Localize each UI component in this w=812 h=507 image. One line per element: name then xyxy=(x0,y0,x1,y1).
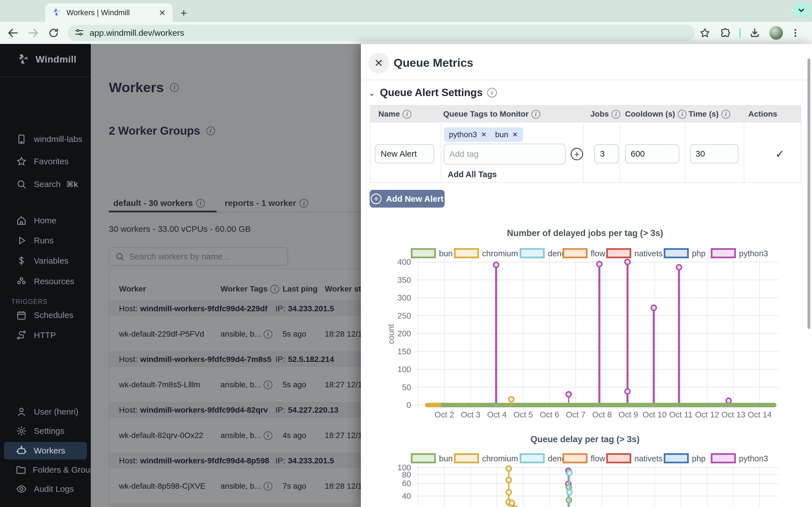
sidebar-section-triggers: TRIGGERS xyxy=(11,298,47,305)
screen: Workers | Windmill ✕ + app.windmill.dev/… xyxy=(0,0,812,507)
download-icon[interactable] xyxy=(745,27,765,39)
tag-chip-bun[interactable]: bun✕ xyxy=(490,127,523,142)
legend-swatch-chromium xyxy=(455,454,478,462)
sidebar-item-resources[interactable]: Resources xyxy=(4,273,87,290)
cubes-icon xyxy=(15,276,28,287)
windmill-favicon-icon xyxy=(52,7,61,18)
sidebar-item-label: Search xyxy=(34,179,61,189)
legend-label: php xyxy=(692,454,705,463)
sidebar-item-folders[interactable]: Folders & Groups... xyxy=(4,461,87,478)
svg-text:Oct 6: Oct 6 xyxy=(540,410,559,419)
sidebar-item-http[interactable]: HTTP xyxy=(4,327,87,344)
svg-text:50: 50 xyxy=(402,383,411,392)
legend-swatch-nativets xyxy=(607,454,630,462)
svg-text:Oct 2: Oct 2 xyxy=(435,410,454,419)
sidebar-item-label: windmill-labs xyxy=(34,134,82,144)
add-all-tags-link[interactable]: Add All Tags xyxy=(448,170,497,179)
route-icon xyxy=(15,330,28,341)
profile-avatar[interactable] xyxy=(769,26,783,40)
sidebar-item-search[interactable]: Search⌘k xyxy=(4,175,87,193)
svg-text:Oct 12: Oct 12 xyxy=(695,410,719,419)
sidebar-item-label: Schedules xyxy=(34,311,73,320)
legend-label: flow xyxy=(591,249,606,258)
bookmark-star-icon[interactable] xyxy=(695,27,715,39)
sidebar-item-workers[interactable]: Workers xyxy=(4,442,87,459)
sidebar-item-schedules[interactable]: Schedules xyxy=(4,306,87,324)
svg-text:400: 400 xyxy=(398,258,411,267)
legend-swatch-deno xyxy=(520,454,544,462)
col-queue-tags: Queue Tags to Monitori xyxy=(443,106,540,122)
confirm-alert-icon[interactable]: ✓ xyxy=(775,148,784,160)
extensions-icon[interactable] xyxy=(715,27,735,39)
user-icon xyxy=(15,406,28,417)
sidebar-item-favorites[interactable]: Favorites xyxy=(4,153,87,170)
sidebar-item-settings[interactable]: Settings xyxy=(4,422,87,440)
svg-text:Oct 8: Oct 8 xyxy=(592,410,612,419)
drawer-close-button[interactable]: ✕ xyxy=(368,53,389,73)
remove-tag-icon[interactable]: ✕ xyxy=(512,131,518,138)
svg-text:Oct 7: Oct 7 xyxy=(566,410,585,419)
queue-delay-chart: Queue delay per tag (> 3s)bunchromiumden… xyxy=(361,422,812,507)
sidebar-item-label: Audit Logs xyxy=(34,484,74,494)
back-button[interactable] xyxy=(3,27,23,39)
queue-alert-settings-header[interactable]: ⌄ Queue Alert Settings i xyxy=(368,87,497,99)
legend-swatch-python3 xyxy=(712,454,735,462)
sidebar-item-audit-logs[interactable]: Audit Logs xyxy=(4,480,87,498)
browser-menu-icon[interactable] xyxy=(788,27,803,39)
svg-text:Oct 11: Oct 11 xyxy=(669,410,693,419)
sidebar-item-label: Resources xyxy=(34,277,74,286)
col-cooldown: Cooldown (s)i xyxy=(625,106,687,122)
chart-title: Queue delay per tag (> 3s) xyxy=(530,434,640,444)
jobs-input[interactable]: 3 xyxy=(594,144,619,163)
add-new-alert-button[interactable]: + Add New Alert xyxy=(370,190,445,208)
tab-title: Workers | Windmill xyxy=(66,8,155,17)
browser-tab[interactable]: Workers | Windmill ✕ xyxy=(45,3,172,22)
sidebar-item-home[interactable]: Home xyxy=(4,212,87,229)
windmill-logo[interactable]: Windmill xyxy=(0,49,91,69)
cooldown-input[interactable]: 600 xyxy=(625,144,679,163)
svg-text:Oct 4: Oct 4 xyxy=(487,410,507,419)
sidebar-item-label: Variables xyxy=(34,256,68,266)
legend-label: bun xyxy=(439,249,453,258)
tag-chip-python3[interactable]: python3✕ xyxy=(444,127,492,142)
legend-swatch-chromium xyxy=(455,249,478,258)
add-tag-plus-icon[interactable]: + xyxy=(571,148,583,160)
star-icon xyxy=(15,156,28,167)
legend-swatch-flow xyxy=(563,249,587,258)
tab-strip-chevron-button[interactable] xyxy=(793,3,810,17)
toolbar-separator xyxy=(739,28,741,38)
app-window: Workers i 2 Worker Groups i default - 30… xyxy=(0,44,812,507)
sidebar: Windmill TRIGGERS windmill-labsFavorites… xyxy=(0,44,91,507)
legend-label: python3 xyxy=(739,249,768,258)
alert-table-header: Namei Queue Tags to Monitori Jobsi Coold… xyxy=(370,106,801,122)
url-text[interactable]: app.windmill.dev/workers xyxy=(90,28,184,38)
svg-text:250: 250 xyxy=(398,311,411,320)
forward-button[interactable] xyxy=(23,27,43,39)
svg-text:100: 100 xyxy=(398,365,411,374)
drawer-divider xyxy=(361,80,812,80)
sidebar-item-label: Workers xyxy=(34,446,65,455)
svg-text:Oct 13: Oct 13 xyxy=(721,410,745,419)
add-tag-input[interactable]: Add tag xyxy=(444,144,566,165)
sidebar-item-label: Folders & Groups... xyxy=(33,465,106,474)
tab-close-icon[interactable]: ✕ xyxy=(159,8,166,18)
remove-tag-icon[interactable]: ✕ xyxy=(481,131,487,138)
sidebar-item-workspace-select[interactable]: windmill-labs xyxy=(4,130,87,148)
reload-button[interactable] xyxy=(43,27,64,39)
alert-name-input[interactable]: New Alert xyxy=(375,144,434,163)
drawer-scrollbar[interactable] xyxy=(808,59,810,329)
sidebar-item-user[interactable]: User (henri) xyxy=(4,403,87,420)
time-input[interactable]: 30 xyxy=(690,144,739,163)
sidebar-item-runs[interactable]: Runs xyxy=(4,232,87,249)
info-icon[interactable]: i xyxy=(487,88,497,98)
sidebar-item-variables[interactable]: Variables xyxy=(4,252,87,270)
windmill-logo-icon xyxy=(16,53,29,66)
legend-swatch-python3 xyxy=(712,249,735,258)
delayed-jobs-chart: Number of delayed jobs per tag (> 3s)bun… xyxy=(361,221,812,422)
new-tab-button[interactable]: + xyxy=(181,7,187,18)
url-bar[interactable]: app.windmill.dev/workers xyxy=(68,25,695,41)
sidebar-item-label: Settings xyxy=(34,426,64,436)
chevron-down-icon xyxy=(796,5,806,15)
chevron-down-icon[interactable]: ⌄ xyxy=(368,88,375,98)
site-settings-icon[interactable] xyxy=(74,27,85,39)
